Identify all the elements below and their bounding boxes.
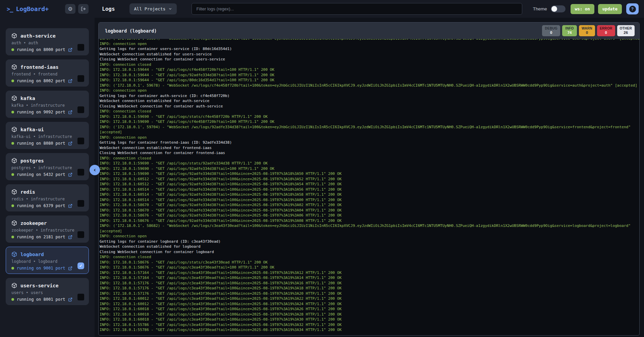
help-button[interactable]: ? [626, 3, 639, 14]
service-name: kafka [20, 96, 35, 101]
log-line: INFO: ('172.18.0.1', 59704) - "WebSocket… [100, 125, 639, 130]
log-filter-input[interactable] [192, 3, 522, 15]
running-status-dot [11, 298, 14, 301]
service-card-kafka-ui[interactable]: kafka-ui kafka-ui • infrastructure runni… [6, 122, 89, 149]
service-status-text: running on 8000 port [17, 47, 65, 52]
service-status-text: running on 6379 port [17, 203, 65, 208]
app-logo: >_ LogBoard+ [7, 5, 49, 12]
external-link-icon[interactable] [68, 204, 72, 208]
log-line: INFO: connection closed [100, 62, 639, 67]
theme-toggle-knob [551, 6, 557, 12]
project-filter-dropdown[interactable]: All Projects [129, 3, 177, 14]
theme-label: Theme [533, 6, 547, 11]
package-icon [11, 158, 17, 163]
external-link-icon[interactable] [68, 297, 72, 302]
service-checkbox[interactable] [77, 169, 84, 176]
log-line: INFO: connection open [100, 135, 639, 140]
settings-button[interactable]: ⚙ [65, 4, 75, 14]
log-line: INFO: 172.18.0.1:60512 - "GET /api/logs/… [100, 177, 639, 182]
sidebar-collapse-button[interactable]: ‹ [90, 165, 100, 175]
update-button[interactable]: update [598, 4, 622, 14]
log-line: INFO: 172.18.0.1:58676 - "GET /api/logs/… [100, 265, 639, 270]
service-meta: redis • infrastructure [11, 197, 84, 201]
external-link-icon[interactable] [68, 173, 72, 177]
service-checkbox[interactable] [77, 44, 84, 51]
service-card-redis[interactable]: redis redis • infrastructure running on … [6, 184, 89, 211]
log-line: INFO: 172.18.0.1:59690 - "GET /api/logs/… [100, 166, 639, 172]
topbar: >_ LogBoard+ ⚙ Logs All Projects Theme [0, 0, 644, 18]
log-line: INFO: 172.18.0.1:60012 - "GET /api/logs/… [100, 296, 639, 301]
log-line: INFO: 172.18.0.1:55786 - "GET /api/logs/… [100, 322, 639, 328]
log-line: [accepted] [100, 229, 639, 234]
service-card-postgres[interactable]: postgres postgres • infrastructure runni… [6, 153, 89, 180]
websocket-status-button[interactable]: ws: on [571, 4, 594, 14]
external-link-icon[interactable] [68, 141, 72, 146]
log-line: Getting logs for container users-service… [100, 46, 639, 52]
service-checkbox[interactable] [77, 231, 84, 238]
service-card-users-service[interactable]: users-service users • users running on 8… [6, 278, 89, 305]
service-card-zookeeper[interactable]: zookeeper zookeeper • infrastructure run… [6, 215, 89, 243]
project-filter-label: All Projects [134, 6, 166, 11]
log-line: INFO: 172.18.0.1:57176 - "GET /api/logs/… [100, 286, 639, 291]
service-checkbox[interactable] [77, 294, 84, 300]
service-meta: frontend • frontend [11, 72, 84, 77]
service-status-text: running on 8002 port [17, 79, 65, 83]
log-line: WebSocket connection established for use… [100, 52, 639, 57]
service-meta: postgres • infrastructure [11, 165, 84, 170]
log-panel: logboard (logboard) DEBUG0INFO74WARN0ERR… [98, 22, 640, 336]
service-card-auth-service[interactable]: auth-service auth • auth running on 8000… [6, 28, 89, 55]
external-link-icon[interactable] [68, 266, 72, 271]
service-checkbox[interactable]: ✓ [77, 262, 84, 269]
service-card-kafka[interactable]: kafka kafka • infrastructure running on … [6, 91, 89, 118]
service-name: auth-service [20, 33, 56, 39]
log-line: INFO: 172.18.0.1:59644 - "GET /api/logs/… [100, 73, 639, 78]
gear-icon: ⚙ [68, 6, 72, 12]
log-line: INFO: 172.18.0.1:60514 - "GET /api/logs/… [100, 197, 639, 203]
service-status-text: running on 2181 port [17, 235, 65, 239]
log-line: INFO: connection open [100, 41, 639, 47]
running-status-dot [11, 236, 14, 238]
package-icon [11, 251, 17, 257]
service-checkbox[interactable] [77, 75, 84, 82]
log-line: INFO: 172.18.0.1:60012 - "GET /api/logs/… [100, 301, 639, 307]
external-link-icon[interactable] [68, 48, 72, 52]
log-line: INFO: 172.18.0.1:59690 - "GET /api/logs/… [100, 161, 639, 166]
service-checkbox[interactable] [77, 200, 84, 207]
package-icon [11, 64, 17, 70]
warn-badge: WARN0 [579, 25, 595, 36]
service-meta: logboard • logboard [11, 259, 84, 264]
log-line: WebSocket connection established for log… [100, 244, 639, 249]
log-line: Closing WebSocket connection for contain… [100, 249, 639, 255]
log-line: INFO: 172.18.0.1:55786 - "GET /api/logs/… [100, 327, 639, 333]
external-link-icon[interactable] [68, 235, 72, 239]
service-meta: users • users [11, 290, 84, 295]
service-card-frontend-iaas[interactable]: frontend-iaas frontend • frontend runnin… [6, 59, 89, 87]
external-link-icon[interactable] [68, 110, 72, 114]
logout-button[interactable] [78, 4, 89, 14]
log-line: INFO: 172.18.0.1:60018 - "GET /api/logs/… [100, 306, 639, 312]
main-area: logboard (logboard) DEBUG0INFO74WARN0ERR… [95, 18, 644, 337]
service-name: kafka-ui [20, 127, 44, 132]
service-name: frontend-iaas [20, 64, 59, 70]
log-line: INFO: 172.18.0.1:60514 - "GET /api/logs/… [100, 192, 639, 197]
package-icon [11, 220, 17, 226]
log-line: [accepted] [100, 130, 639, 135]
log-viewport[interactable]: INFO: ('172.18.0.1', 59664) - "WebSocket… [99, 39, 639, 335]
log-line: WebSocket connection established for aut… [100, 98, 639, 104]
app-title: LogBoard+ [16, 5, 49, 12]
package-icon [11, 189, 17, 195]
external-link-icon[interactable] [68, 79, 72, 83]
service-checkbox[interactable] [77, 106, 84, 113]
package-icon [11, 33, 17, 39]
log-line: INFO: connection open [100, 234, 639, 239]
terminal-icon: >_ [7, 6, 13, 12]
service-meta: kafka-ui • infrastructure [11, 134, 84, 139]
service-status-text: running on 9001 port [17, 266, 65, 271]
service-checkbox[interactable] [77, 138, 84, 144]
topbar-left: >_ LogBoard+ ⚙ [0, 4, 95, 14]
other-badge: OTHER26 [617, 25, 635, 36]
topbar-main: Logs All Projects Theme ws: on update ? [95, 3, 644, 15]
service-card-logboard[interactable]: logboard logboard • logboard running on … [6, 247, 89, 274]
service-name: postgres [20, 158, 44, 163]
theme-toggle[interactable] [551, 5, 566, 12]
